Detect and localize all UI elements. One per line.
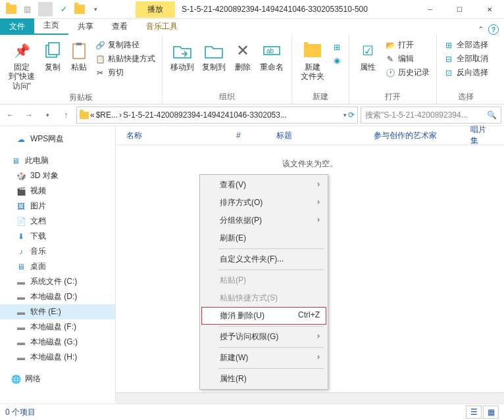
minimize-button[interactable]: ─ xyxy=(415,0,445,18)
nav-drive-f[interactable]: ▬本地磁盘 (F:) xyxy=(0,319,115,335)
folder-icon xyxy=(4,2,18,16)
nav-wps[interactable]: ☁WPS网盘 xyxy=(0,131,115,147)
invert-selection-button[interactable]: ⊡反向选择 xyxy=(442,66,490,79)
nav-thispc[interactable]: 🖥此电脑 xyxy=(0,153,115,168)
view-icons-button[interactable]: ▦ xyxy=(483,406,499,419)
nav-docs[interactable]: 📄文档 xyxy=(0,214,115,229)
ctx-paste: 粘贴(P) xyxy=(201,271,326,289)
delete-button[interactable]: ✕删除 xyxy=(231,37,255,72)
new-item-button[interactable]: ⊞ xyxy=(330,41,343,53)
copy-button[interactable]: 复制 xyxy=(41,37,64,72)
help-icon[interactable]: ? xyxy=(488,24,499,35)
recent-dropdown[interactable]: ▾ xyxy=(39,107,55,123)
nav-pictures[interactable]: 🖼图片 xyxy=(0,198,115,214)
pin-button[interactable]: 📌固定到"快速访问" xyxy=(5,37,38,91)
nav-drive-d[interactable]: ▬本地磁盘 (D:) xyxy=(0,289,115,304)
nav-desktop[interactable]: 🖥桌面 xyxy=(0,259,115,274)
ctx-sort[interactable]: 排序方式(O)› xyxy=(201,194,326,212)
col-title[interactable]: 标题 xyxy=(266,130,363,141)
cloud-icon: ☁ xyxy=(16,134,26,145)
col-num[interactable]: # xyxy=(226,131,266,140)
music-icon: ♪ xyxy=(16,246,26,257)
column-headers[interactable]: 名称 # 标题 参与创作的艺术家 唱片集 xyxy=(116,126,504,145)
tab-view[interactable]: 查看 xyxy=(103,18,137,35)
play-tab[interactable]: 播放 xyxy=(136,1,175,18)
qat-check-icon[interactable]: ✓ xyxy=(57,2,71,16)
nav-drive-e[interactable]: ▬软件 (E:) xyxy=(0,304,115,319)
open-button[interactable]: 📂打开 xyxy=(384,39,431,51)
qat-folder-icon[interactable] xyxy=(72,2,87,16)
col-name[interactable]: 名称 xyxy=(116,130,226,141)
search-input[interactable]: 搜索"S-1-5-21-4200892394... 🔍 xyxy=(361,106,501,124)
nav-downloads[interactable]: ⬇下载 xyxy=(0,229,115,244)
tab-share[interactable]: 共享 xyxy=(68,18,103,35)
ctx-refresh[interactable]: 刷新(E) xyxy=(201,229,326,247)
breadcrumb-dropdown-icon[interactable]: ▾ xyxy=(343,112,347,118)
edit-button[interactable]: ✎编辑 xyxy=(384,53,431,65)
ctx-group[interactable]: 分组依据(P)› xyxy=(201,212,326,229)
cut-button[interactable]: ✂剪切 xyxy=(93,66,157,79)
delete-icon: ✕ xyxy=(232,40,253,61)
chevron-right-icon: › xyxy=(317,197,320,208)
search-icon[interactable]: 🔍 xyxy=(487,110,497,120)
chevron-right-icon: › xyxy=(317,179,320,191)
selectnone-icon: ⊟ xyxy=(443,54,454,64)
download-icon: ⬇ xyxy=(16,231,26,242)
moveto-button[interactable]: 移动到 xyxy=(168,37,197,72)
forward-button[interactable]: → xyxy=(21,107,37,123)
ribbon-collapse-icon[interactable]: ⌃ xyxy=(478,25,484,34)
select-none-button[interactable]: ⊟全部取消 xyxy=(442,53,490,65)
qat-dropdown-icon[interactable]: ▾ xyxy=(88,2,103,16)
properties-button[interactable]: ☑属性 xyxy=(355,37,381,72)
close-button[interactable]: ✕ xyxy=(474,0,504,18)
col-album[interactable]: 唱片集 xyxy=(460,124,504,147)
view-details-button[interactable]: ☰ xyxy=(466,406,482,419)
ctx-access[interactable]: 授予访问权限(G)› xyxy=(201,328,326,346)
breadcrumb-part[interactable]: $RE... xyxy=(96,110,118,120)
maximize-button[interactable]: ☐ xyxy=(445,0,474,18)
rename-button[interactable]: ab重命名 xyxy=(257,37,286,72)
nav-drive-h[interactable]: ▬本地磁盘 (H:) xyxy=(0,350,115,365)
chevron-right-icon: › xyxy=(317,352,320,363)
breadcrumb-part[interactable]: S-1-5-21-4200892394-1494241046-3302053..… xyxy=(123,110,287,120)
copy-path-button[interactable]: 🔗复制路径 xyxy=(93,39,157,51)
back-button[interactable]: ← xyxy=(3,107,18,123)
tab-file[interactable]: 文件 xyxy=(0,18,34,35)
select-all-button[interactable]: ⊞全部选择 xyxy=(442,39,490,51)
qat-save-icon[interactable]: ▥ xyxy=(20,2,34,16)
drive-icon: ▬ xyxy=(16,292,26,302)
copyto-button[interactable]: 复制到 xyxy=(199,37,228,72)
ctx-view[interactable]: 查看(V)› xyxy=(201,176,326,194)
nav-music[interactable]: ♪音乐 xyxy=(0,244,115,259)
new-folder-button[interactable]: 新建 文件夹 xyxy=(297,37,328,82)
nav-video[interactable]: 🎬视频 xyxy=(0,183,115,198)
nav-drive-g[interactable]: ▬本地磁盘 (G:) xyxy=(0,335,115,350)
ctx-customize[interactable]: 自定义文件夹(F)... xyxy=(201,250,326,268)
tab-music[interactable]: 音乐工具 xyxy=(137,18,187,35)
paste-shortcut-button[interactable]: 📋粘贴快捷方式 xyxy=(93,53,157,65)
pc-icon: 🖥 xyxy=(11,156,21,166)
breadcrumb[interactable]: « $RE... › S-1-5-21-4200892394-149424104… xyxy=(76,106,358,124)
col-artist[interactable]: 参与创作的艺术家 xyxy=(363,130,461,141)
up-button[interactable]: ↑ xyxy=(58,107,74,123)
path-icon: 🔗 xyxy=(95,40,105,51)
clipboard-group-label: 剪贴板 xyxy=(5,91,157,103)
paste-button[interactable]: 粘贴 xyxy=(67,37,91,72)
svg-rect-1 xyxy=(49,43,59,55)
history-button[interactable]: 🕐历史记录 xyxy=(384,66,431,79)
nav-network[interactable]: 🌐网络 xyxy=(0,371,115,386)
nav-drive-c[interactable]: ▬系统文件 (C:) xyxy=(0,274,115,289)
tab-home[interactable]: 主页 xyxy=(34,17,68,35)
nav-3d[interactable]: 🎲3D 对象 xyxy=(0,168,115,183)
refresh-icon[interactable]: ⟳ xyxy=(348,110,355,120)
rename-icon: ab xyxy=(261,40,282,61)
ctx-undo-delete[interactable]: 撤消 删除(U)Ctrl+Z xyxy=(201,307,326,325)
ctx-properties[interactable]: 属性(R) xyxy=(201,370,326,388)
horizontal-scrollbar[interactable] xyxy=(116,392,504,404)
ctx-new[interactable]: 新建(W)› xyxy=(201,349,326,367)
open-group-label: 打开 xyxy=(355,90,431,103)
drive-icon: ▬ xyxy=(16,322,26,333)
easy-access-button[interactable]: ◉ xyxy=(330,55,343,66)
svg-rect-2 xyxy=(73,44,85,58)
navigation-pane[interactable]: ☁WPS网盘 🖥此电脑 🎲3D 对象 🎬视频 🖼图片 📄文档 ⬇下载 ♪音乐 🖥… xyxy=(0,126,116,402)
